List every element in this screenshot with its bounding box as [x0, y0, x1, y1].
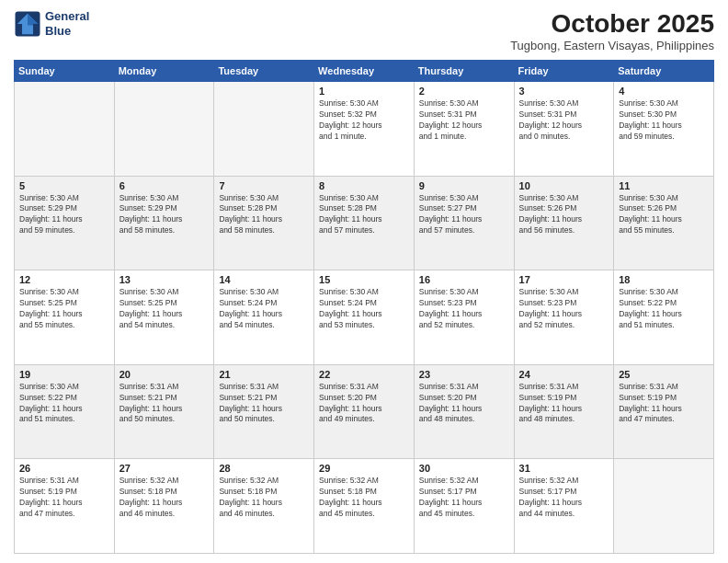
day-number: 21	[219, 369, 309, 380]
calendar-week-2: 12Sunrise: 5:30 AM Sunset: 5:25 PM Dayli…	[15, 270, 714, 365]
calendar-cell: 13Sunrise: 5:30 AM Sunset: 5:25 PM Dayli…	[114, 270, 214, 365]
day-number: 18	[619, 274, 709, 285]
calendar-cell: 15Sunrise: 5:30 AM Sunset: 5:24 PM Dayli…	[314, 270, 415, 365]
calendar-cell: 7Sunrise: 5:30 AM Sunset: 5:28 PM Daylig…	[214, 176, 314, 270]
weekday-header-row: SundayMondayTuesdayWednesdayThursdayFrid…	[15, 61, 714, 82]
location: Tugbong, Eastern Visayas, Philippines	[510, 39, 714, 52]
day-number: 20	[119, 369, 210, 380]
day-info: Sunrise: 5:30 AM Sunset: 5:29 PM Dayligh…	[119, 193, 210, 237]
day-info: Sunrise: 5:32 AM Sunset: 5:17 PM Dayligh…	[419, 476, 509, 520]
day-number: 8	[319, 180, 409, 191]
calendar-cell: 10Sunrise: 5:30 AM Sunset: 5:26 PM Dayli…	[514, 176, 614, 270]
day-number: 28	[219, 463, 309, 474]
day-info: Sunrise: 5:30 AM Sunset: 5:25 PM Dayligh…	[119, 287, 210, 331]
calendar-week-3: 19Sunrise: 5:30 AM Sunset: 5:22 PM Dayli…	[15, 364, 714, 459]
day-number: 22	[319, 369, 409, 380]
day-number: 30	[419, 463, 509, 474]
calendar-cell: 22Sunrise: 5:31 AM Sunset: 5:20 PM Dayli…	[314, 364, 415, 459]
day-info: Sunrise: 5:31 AM Sunset: 5:19 PM Dayligh…	[19, 476, 109, 520]
day-number: 29	[319, 463, 409, 474]
day-info: Sunrise: 5:30 AM Sunset: 5:22 PM Dayligh…	[619, 287, 709, 331]
weekday-header-saturday: Saturday	[614, 61, 714, 82]
calendar-cell: 18Sunrise: 5:30 AM Sunset: 5:22 PM Dayli…	[614, 270, 714, 365]
day-number: 7	[219, 180, 309, 191]
calendar-cell: 29Sunrise: 5:32 AM Sunset: 5:18 PM Dayli…	[314, 459, 415, 554]
calendar-week-4: 26Sunrise: 5:31 AM Sunset: 5:19 PM Dayli…	[15, 459, 714, 554]
calendar-cell: 28Sunrise: 5:32 AM Sunset: 5:18 PM Dayli…	[214, 459, 314, 554]
day-info: Sunrise: 5:30 AM Sunset: 5:26 PM Dayligh…	[619, 193, 709, 237]
page: General Blue October 2025 Tugbong, Easte…	[0, 0, 728, 563]
title-section: October 2025 Tugbong, Eastern Visayas, P…	[510, 9, 714, 52]
calendar-cell: 17Sunrise: 5:30 AM Sunset: 5:23 PM Dayli…	[514, 270, 614, 365]
day-info: Sunrise: 5:30 AM Sunset: 5:23 PM Dayligh…	[419, 287, 509, 331]
logo-icon	[14, 10, 41, 38]
day-number: 31	[519, 463, 609, 474]
day-number: 25	[619, 369, 709, 380]
calendar-cell: 31Sunrise: 5:32 AM Sunset: 5:17 PM Dayli…	[514, 459, 614, 554]
day-info: Sunrise: 5:30 AM Sunset: 5:23 PM Dayligh…	[519, 287, 609, 331]
day-number: 26	[19, 463, 109, 474]
calendar-cell: 23Sunrise: 5:31 AM Sunset: 5:20 PM Dayli…	[414, 364, 514, 459]
logo-text: General Blue	[45, 9, 89, 38]
day-info: Sunrise: 5:30 AM Sunset: 5:26 PM Dayligh…	[519, 193, 609, 237]
calendar-cell: 25Sunrise: 5:31 AM Sunset: 5:19 PM Dayli…	[614, 364, 714, 459]
day-number: 6	[119, 180, 210, 191]
day-info: Sunrise: 5:31 AM Sunset: 5:19 PM Dayligh…	[619, 382, 709, 426]
day-info: Sunrise: 5:32 AM Sunset: 5:17 PM Dayligh…	[519, 476, 609, 520]
day-info: Sunrise: 5:30 AM Sunset: 5:32 PM Dayligh…	[319, 98, 409, 143]
calendar-cell: 4Sunrise: 5:30 AM Sunset: 5:30 PM Daylig…	[614, 82, 714, 177]
calendar-cell	[114, 82, 214, 177]
day-info: Sunrise: 5:30 AM Sunset: 5:24 PM Dayligh…	[219, 287, 309, 331]
calendar-cell: 3Sunrise: 5:30 AM Sunset: 5:31 PM Daylig…	[514, 82, 614, 177]
day-number: 10	[519, 180, 609, 191]
calendar-cell: 6Sunrise: 5:30 AM Sunset: 5:29 PM Daylig…	[114, 176, 214, 270]
day-info: Sunrise: 5:30 AM Sunset: 5:28 PM Dayligh…	[319, 193, 409, 237]
day-info: Sunrise: 5:30 AM Sunset: 5:24 PM Dayligh…	[319, 287, 409, 331]
day-info: Sunrise: 5:32 AM Sunset: 5:18 PM Dayligh…	[119, 476, 210, 520]
calendar-cell: 26Sunrise: 5:31 AM Sunset: 5:19 PM Dayli…	[15, 459, 115, 554]
calendar-cell: 19Sunrise: 5:30 AM Sunset: 5:22 PM Dayli…	[15, 364, 115, 459]
calendar-cell: 1Sunrise: 5:30 AM Sunset: 5:32 PM Daylig…	[314, 82, 415, 177]
day-number: 14	[219, 274, 309, 285]
day-info: Sunrise: 5:30 AM Sunset: 5:28 PM Dayligh…	[219, 193, 309, 237]
calendar-cell: 21Sunrise: 5:31 AM Sunset: 5:21 PM Dayli…	[214, 364, 314, 459]
header: General Blue October 2025 Tugbong, Easte…	[14, 9, 714, 52]
day-info: Sunrise: 5:30 AM Sunset: 5:29 PM Dayligh…	[19, 193, 109, 237]
calendar-cell: 24Sunrise: 5:31 AM Sunset: 5:19 PM Dayli…	[514, 364, 614, 459]
day-number: 16	[419, 274, 509, 285]
calendar-cell: 8Sunrise: 5:30 AM Sunset: 5:28 PM Daylig…	[314, 176, 415, 270]
calendar-cell: 14Sunrise: 5:30 AM Sunset: 5:24 PM Dayli…	[214, 270, 314, 365]
day-info: Sunrise: 5:30 AM Sunset: 5:25 PM Dayligh…	[19, 287, 109, 331]
day-number: 11	[619, 180, 709, 191]
day-number: 12	[19, 274, 109, 285]
weekday-header-sunday: Sunday	[15, 61, 115, 82]
weekday-header-thursday: Thursday	[414, 61, 514, 82]
day-info: Sunrise: 5:30 AM Sunset: 5:22 PM Dayligh…	[19, 382, 109, 426]
day-info: Sunrise: 5:30 AM Sunset: 5:31 PM Dayligh…	[519, 98, 609, 143]
calendar-cell: 20Sunrise: 5:31 AM Sunset: 5:21 PM Dayli…	[114, 364, 214, 459]
calendar-table: SundayMondayTuesdayWednesdayThursdayFrid…	[14, 60, 714, 554]
calendar-cell: 30Sunrise: 5:32 AM Sunset: 5:17 PM Dayli…	[414, 459, 514, 554]
calendar-week-1: 5Sunrise: 5:30 AM Sunset: 5:29 PM Daylig…	[15, 176, 714, 270]
calendar-cell: 9Sunrise: 5:30 AM Sunset: 5:27 PM Daylig…	[414, 176, 514, 270]
weekday-header-wednesday: Wednesday	[314, 61, 415, 82]
day-info: Sunrise: 5:30 AM Sunset: 5:30 PM Dayligh…	[619, 98, 709, 143]
day-number: 19	[19, 369, 109, 380]
day-info: Sunrise: 5:31 AM Sunset: 5:21 PM Dayligh…	[219, 382, 309, 426]
day-number: 1	[319, 86, 409, 97]
calendar-cell: 5Sunrise: 5:30 AM Sunset: 5:29 PM Daylig…	[15, 176, 115, 270]
calendar-cell: 16Sunrise: 5:30 AM Sunset: 5:23 PM Dayli…	[414, 270, 514, 365]
day-info: Sunrise: 5:31 AM Sunset: 5:20 PM Dayligh…	[419, 382, 509, 426]
day-number: 5	[19, 180, 109, 191]
calendar-cell: 12Sunrise: 5:30 AM Sunset: 5:25 PM Dayli…	[15, 270, 115, 365]
day-info: Sunrise: 5:32 AM Sunset: 5:18 PM Dayligh…	[219, 476, 309, 520]
day-number: 2	[419, 86, 509, 97]
day-number: 4	[619, 86, 709, 97]
calendar-cell: 27Sunrise: 5:32 AM Sunset: 5:18 PM Dayli…	[114, 459, 214, 554]
day-info: Sunrise: 5:32 AM Sunset: 5:18 PM Dayligh…	[319, 476, 409, 520]
day-info: Sunrise: 5:31 AM Sunset: 5:19 PM Dayligh…	[519, 382, 609, 426]
day-info: Sunrise: 5:31 AM Sunset: 5:21 PM Dayligh…	[119, 382, 210, 426]
month-title: October 2025	[510, 9, 714, 39]
weekday-header-monday: Monday	[114, 61, 214, 82]
day-info: Sunrise: 5:30 AM Sunset: 5:27 PM Dayligh…	[419, 193, 509, 237]
